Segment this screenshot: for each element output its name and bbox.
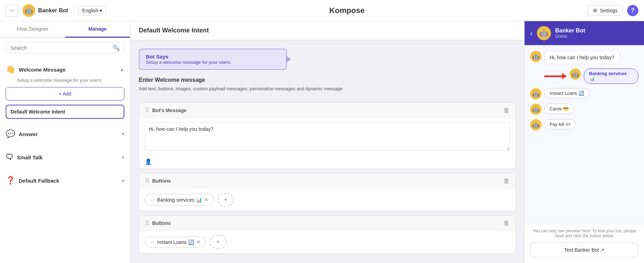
settings-button[interactable]: ⚙ Settings [588,5,623,16]
welcome-section-header[interactable]: 👋 Welcome Message ▲ [6,61,124,78]
drag-handle[interactable]: ⠿ Bot's Message [145,106,186,114]
main-layout: Flow Designer Manage 🔍 👋 Welcome Message… [0,21,644,263]
enter-welcome-title: Enter Welcome message [139,77,516,83]
help-button[interactable]: ? [627,5,638,16]
left-sidebar: Flow Designer Manage 🔍 👋 Welcome Message… [0,21,130,263]
bot-says-block: Bot Says Setup a welcome message for you… [139,49,287,70]
banking-chip[interactable]: ↔ Banking services 📊 ✕ [145,194,214,206]
content-body: Bot Says Setup a welcome message for you… [130,40,524,263]
drag-handle-buttons-2[interactable]: ⠿ Buttons [145,219,171,227]
banking-services-btn-row: 🤖 Banking services 📊 [570,68,638,84]
right-panel: ‹ 🤖 Banker Bot Online 🤖 Hi, how can I he… [524,21,644,263]
chat-icon: 💬 [6,129,15,139]
buttons-block-1: ⠿ Buttons 🗑 ↔ Banking services 📊 ✕ + [139,173,516,211]
content-title: Default Welcome Intent [139,27,516,34]
chip-drag-icon-2: ↔ [150,239,155,245]
buttons-block-2: ⠿ Buttons 🗑 ↔ Instant Loans 🔄 ✕ + [139,215,516,253]
pay-bill-btn[interactable]: Pay bill 🏷 [544,119,576,129]
fallback-section-title: Default Fallback [19,178,59,184]
instant-loans-btn-row: 🤖 Instant Loans 🔄 [530,88,638,99]
enter-welcome-desc-text: Add text, buttons, images, custom payloa… [139,86,342,91]
message-block-body: Hi, how can I help you today? [139,118,515,156]
pay-bill-btn-row: 🤖 Pay bill 🏷 [530,119,638,130]
answer-section-title: Answer [19,131,38,137]
drag-icon-buttons-2: ⠿ [145,219,149,227]
question-icon: ❓ [6,176,15,185]
bot-info: 🤖 Banker Bot [23,4,74,17]
tab-manage[interactable]: Manage [65,21,130,38]
user-icon: 👤 [145,158,152,165]
buttons-block-2-header: ⠿ Buttons 🗑 [139,216,515,231]
welcome-title-wrap: 👋 Welcome Message [6,65,66,74]
content-header: Default Welcome Intent [130,21,524,40]
chevron-down-icon: ▾ [100,8,102,13]
add-intent-button[interactable]: + Add [6,87,124,100]
smalltalk-title-wrap: 🗨 Small Talk [6,153,43,162]
loans-chip[interactable]: ↔ Instant Loans 🔄 ✕ [145,236,206,248]
add-button-1[interactable]: + [217,193,234,207]
chevron-down-icon-fallback: ▾ [122,178,124,183]
welcome-section-desc: Setup a welcome message for your users [6,78,124,86]
buttons-block-1-header: ⠿ Buttons 🗑 [139,173,515,189]
preview-back-button[interactable]: ‹ [530,29,533,37]
arrow-body [544,75,562,77]
delete-buttons-1-button[interactable]: 🗑 [503,177,510,185]
message-textarea[interactable]: Hi, how can I help you today? [145,122,510,151]
add-button-2[interactable]: + [210,235,227,249]
loans-chip-close[interactable]: ✕ [196,239,201,245]
gear-icon: ⚙ [593,8,597,13]
instant-loans-btn[interactable]: Instant Loans 🔄 [544,88,589,98]
language-label: English [82,8,98,13]
preview-message-row: 🤖 Hi, how can I help you today? [530,51,638,64]
back-button[interactable]: ← [6,4,18,17]
preview-footer-text: You can only see preview here. To test y… [525,224,644,243]
page-title: Kompose [110,6,583,15]
drag-handle-buttons-1[interactable]: ⠿ Buttons [145,177,171,185]
settings-label: Settings [600,8,618,13]
preview-header: ‹ 🤖 Banker Bot Online [525,21,644,45]
smalltalk-section-header[interactable]: 🗨 Small Talk ▾ [6,149,124,165]
preview-banking-avatar: 🤖 [570,68,581,80]
test-bot-button[interactable]: Test Banker Bot ↗ [530,243,638,257]
bot-says-info: Bot Says Setup a welcome message for you… [146,54,231,65]
default-welcome-intent[interactable]: Default Welcome Intent [6,105,124,119]
buttons-block-2-body: ↔ Instant Loans 🔄 ✕ + [139,231,515,253]
banking-chip-close[interactable]: ✕ [204,196,209,203]
sidebar-section-fallback: ❓ Default Fallback ▾ [0,169,130,192]
message-block-footer: 👤 [139,156,515,169]
search-icon: 🔍 [113,44,120,51]
sidebar-section-smalltalk: 🗨 Small Talk ▾ [0,146,130,169]
fallback-title-wrap: ❓ Default Fallback [6,176,59,185]
preview-bot-status: Online [555,34,585,39]
chevron-up-icon: ▲ [119,67,124,72]
wave-icon: 👋 [6,65,15,74]
fallback-section-header[interactable]: ❓ Default Fallback ▾ [6,172,124,189]
topbar: ← 🤖 Banker Bot English ▾ Kompose ⚙ Setti… [0,0,644,21]
banking-services-btn[interactable]: Banking services 📊 [584,68,638,84]
search-input[interactable] [10,45,110,51]
delete-buttons-2-button[interactable]: 🗑 [503,220,510,227]
preview-bot-avatar: 🤖 [537,26,551,40]
tab-flow-designer[interactable]: Flow Designer [0,21,65,37]
buttons-block-1-label: Buttons [152,178,171,184]
bot-name-top: Banker Bot [38,7,68,14]
sidebar-section-answer: 💬 Answer ▾ [0,122,130,146]
welcome-section-title: Welcome Message [19,67,66,73]
chevron-down-icon-smalltalk: ▾ [122,154,124,160]
cards-btn-row: 🤖 Cards 💳 [530,104,638,115]
cards-btn[interactable]: Cards 💳 [544,104,574,114]
preview-loans-avatar: 🤖 [530,88,541,99]
banking-btn-row: 🤖 Banking services 📊 [544,68,638,84]
drag-icon: ⠿ [145,106,149,114]
delete-message-button[interactable]: 🗑 [503,107,510,114]
preview-paybill-avatar: 🤖 [530,119,541,130]
preview-bot-info: Banker Bot Online [555,27,585,39]
message-block: ⠿ Bot's Message 🗑 Hi, how can I help you… [139,103,516,169]
answer-title-wrap: 💬 Answer [6,129,38,139]
language-selector[interactable]: English ▾ [78,6,106,15]
bot-says-title: Bot Says [146,54,231,60]
preview-messages: 🤖 Hi, how can I help you today? 🤖 Bankin… [525,45,644,224]
speech-icon: 🗨 [6,153,13,162]
message-block-header: ⠿ Bot's Message 🗑 [139,103,515,118]
answer-section-header[interactable]: 💬 Answer ▾ [6,126,124,142]
